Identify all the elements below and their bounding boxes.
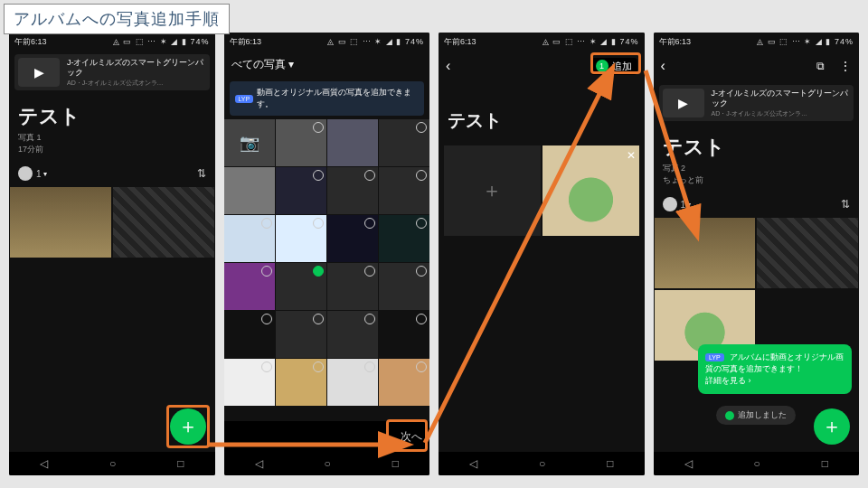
add-more-tile[interactable]: ＋ — [444, 145, 541, 236]
camera-cell[interactable]: 📷 — [224, 119, 275, 166]
status-bar: 午前6:13 ◬ ▭ ⬚ ⋯ ✶ ◢ ▮ 74% — [9, 33, 215, 51]
menu-icon[interactable]: ⋮ — [839, 59, 852, 73]
user-row: 1 ▾ ⇅ — [18, 166, 206, 181]
nav-back-icon[interactable]: ◁ — [684, 457, 693, 470]
nav-home-icon[interactable]: ○ — [754, 457, 760, 470]
phone-3: 午前6:13 ◬ ▭ ⬚ ⋯ ✶ ◢ ▮ 74% ‹ 1 追加 テスト ＋ ✕ … — [439, 33, 645, 475]
picker-thumb[interactable] — [224, 215, 275, 262]
photo-thumb[interactable] — [112, 186, 215, 258]
picker-thumb[interactable] — [276, 167, 326, 214]
add-label: 追加 — [612, 60, 632, 73]
photo-grid — [654, 217, 860, 361]
picker-thumb[interactable] — [276, 311, 326, 358]
remove-icon[interactable]: ✕ — [627, 149, 636, 162]
user-count: 1 — [36, 169, 42, 179]
ad-text: J-オイルミルズのスマートグリーンパック AD・J-オイルミルズ公式オンラ… — [712, 89, 851, 117]
picker-thumb-selected[interactable] — [276, 263, 326, 310]
nav-recent-icon[interactable]: □ — [177, 457, 184, 470]
lyp-note: LYP 動画とオリジナル画質の写真を追加できます。 — [230, 81, 425, 116]
ad-subtitle: AD・J-オイルミルズ公式オンラ… — [67, 79, 206, 87]
add-button[interactable]: 1 追加 — [590, 58, 637, 75]
lyp-badge: LYP — [235, 95, 254, 103]
picker-thumb[interactable] — [224, 311, 275, 358]
album-title: テスト — [18, 103, 206, 130]
toast-link[interactable]: 詳細を見る › — [705, 376, 751, 385]
lyp-toast[interactable]: LYP アルバムに動画とオリジナル画質の写真を追加できます！ 詳細を見る › — [698, 344, 852, 394]
picker-thumb[interactable] — [379, 311, 429, 358]
avatar[interactable] — [663, 197, 677, 211]
sort-icon[interactable]: ⇅ — [197, 167, 206, 180]
preview-body: テスト ＋ ✕ — [439, 81, 645, 452]
picker-thumb[interactable] — [327, 119, 378, 166]
lyp-text: 動画とオリジナル画質の写真を追加できます。 — [257, 87, 419, 110]
picker-bottom-bar: 次へ — [224, 421, 430, 452]
user-row: 1 ▾ ⇅ — [663, 197, 851, 211]
nav-recent-icon[interactable]: □ — [392, 457, 399, 470]
status-time: 午前6:13 — [230, 36, 262, 48]
picker-thumb[interactable] — [379, 263, 429, 310]
picker-thumb[interactable] — [379, 359, 429, 406]
sort-icon[interactable]: ⇅ — [841, 198, 850, 211]
cast-icon[interactable]: ⧉ — [816, 60, 825, 72]
picker-thumb[interactable] — [379, 119, 429, 166]
user-chevron-icon: ▾ — [687, 201, 691, 209]
picker-thumb[interactable] — [224, 263, 275, 310]
status-bar: 午前6:13 ◬ ▭ ⬚ ⋯ ✶ ◢ ▮ 74% — [224, 33, 430, 51]
nav-back-icon[interactable]: ◁ — [469, 457, 477, 470]
album-title: テスト — [448, 108, 636, 133]
nav-home-icon[interactable]: ○ — [109, 457, 116, 470]
nav-recent-icon[interactable]: □ — [607, 457, 613, 470]
photo-thumb[interactable] — [9, 186, 112, 258]
picker-thumb[interactable] — [379, 167, 429, 214]
back-icon[interactable]: ‹ — [661, 58, 665, 74]
android-nav: ◁ ○ □ — [9, 452, 215, 475]
add-photo-fab[interactable]: ＋ — [170, 408, 206, 445]
user-chevron-icon: ▾ — [43, 170, 47, 178]
add-photo-fab[interactable]: ＋ — [814, 408, 850, 445]
next-button[interactable]: 次へ — [401, 429, 422, 445]
photo-thumb[interactable] — [756, 217, 859, 289]
android-nav: ◁ ○ □ — [224, 452, 430, 475]
header: ‹ ⧉ ⋮ — [654, 51, 860, 81]
picker-thumb[interactable] — [224, 167, 275, 214]
avatar[interactable] — [18, 166, 33, 181]
status-icons: ◬ ▭ ⬚ ⋯ ✶ ◢ ▮ 74% — [542, 37, 639, 46]
status-time: 午前6:13 — [444, 36, 476, 48]
picker-tab[interactable]: べての写真 ▾ — [224, 51, 430, 78]
album-subtitle: 写真 2ちょっと前 — [663, 163, 851, 186]
nav-home-icon[interactable]: ○ — [325, 457, 331, 470]
ad-title: J-オイルミルズのスマートグリーンパック — [712, 89, 851, 109]
picker-thumb[interactable] — [224, 359, 275, 406]
album-title: テスト — [663, 134, 851, 161]
tutorial-caption: アルバムへの写真追加手順 — [4, 4, 230, 34]
picker-grid: 📷 — [224, 119, 430, 421]
album-subtitle: 写真 117分前 — [18, 132, 206, 155]
picker-thumb[interactable] — [327, 215, 378, 262]
nav-back-icon[interactable]: ◁ — [255, 457, 263, 470]
photo-thumb[interactable] — [654, 217, 757, 289]
picker-thumb[interactable] — [276, 215, 326, 262]
ad-banner[interactable]: ▶ J-オイルミルズのスマートグリーンパック AD・J-オイルミルズ公式オンラ… — [659, 85, 854, 121]
lyp-badge: LYP — [705, 353, 724, 361]
ad-banner[interactable]: ▶ J-オイルミルズのスマートグリーンパック AD・J-オイルミルズ公式オンラ… — [14, 54, 210, 90]
picker-thumb[interactable] — [327, 311, 378, 358]
picker-thumb[interactable] — [276, 359, 326, 406]
status-bar: 午前6:13 ◬ ▭ ⬚ ⋯ ✶ ◢ ▮ 74% — [654, 33, 860, 51]
picker-thumb[interactable] — [327, 167, 378, 214]
nav-back-icon[interactable]: ◁ — [40, 457, 48, 470]
preview-row: ＋ ✕ — [444, 145, 639, 236]
play-icon[interactable]: ▶ — [663, 89, 704, 117]
nav-home-icon[interactable]: ○ — [539, 457, 545, 470]
count-badge: 1 — [596, 60, 609, 72]
nav-recent-icon[interactable]: □ — [822, 457, 828, 470]
preview-thumb[interactable]: ✕ — [542, 145, 639, 236]
android-nav: ◁ ○ □ — [439, 452, 645, 475]
picker-thumb[interactable] — [379, 215, 429, 262]
picker-thumb[interactable] — [327, 359, 378, 406]
play-icon[interactable]: ▶ — [18, 58, 60, 87]
status-time: 午前6:13 — [14, 36, 47, 48]
picker-thumb[interactable] — [276, 119, 326, 166]
back-icon[interactable]: ‹ — [446, 58, 450, 74]
phone-4: 午前6:13 ◬ ▭ ⬚ ⋯ ✶ ◢ ▮ 74% ‹ ⧉ ⋮ ▶ J-オイルミル… — [654, 33, 860, 475]
picker-thumb[interactable] — [327, 263, 378, 310]
